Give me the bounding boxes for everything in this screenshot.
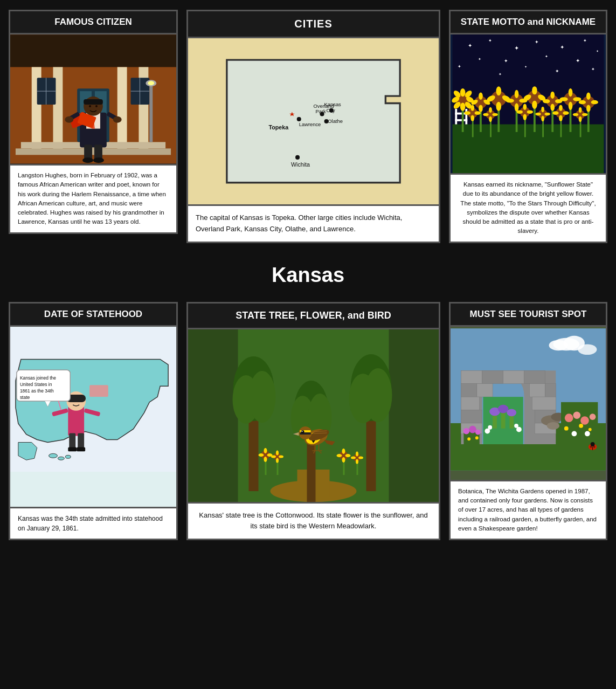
svg-rect-35	[149, 83, 153, 142]
svg-point-123	[579, 100, 586, 105]
svg-text:✦: ✦	[488, 38, 492, 43]
svg-point-286	[572, 431, 577, 436]
svg-point-143	[523, 104, 527, 110]
svg-point-114	[550, 104, 555, 111]
svg-point-102	[515, 104, 519, 112]
svg-point-142	[527, 110, 533, 114]
svg-text:✦: ✦	[499, 72, 502, 76]
svg-point-159	[573, 113, 578, 116]
svg-point-124	[591, 100, 598, 105]
svg-point-96	[496, 102, 502, 111]
svg-text:✦: ✦	[458, 64, 461, 69]
svg-text:✦: ✦	[545, 54, 548, 58]
svg-point-277	[547, 422, 559, 429]
svg-rect-253	[524, 370, 545, 383]
svg-text:✦: ✦	[576, 58, 580, 64]
svg-point-148	[544, 113, 550, 116]
svg-point-283	[564, 426, 569, 430]
svg-rect-1	[10, 35, 176, 67]
svg-point-107	[532, 86, 537, 94]
svg-point-150	[541, 116, 544, 121]
svg-text:Kansas joined the: Kansas joined the	[20, 375, 56, 381]
svg-point-131	[470, 105, 474, 111]
svg-point-297	[467, 437, 470, 440]
svg-point-291	[590, 445, 592, 447]
svg-point-132	[470, 115, 474, 121]
svg-point-171	[72, 399, 74, 402]
svg-point-111	[543, 99, 550, 104]
svg-point-154	[563, 111, 569, 115]
svg-rect-175	[68, 447, 77, 451]
tree-image	[186, 329, 440, 504]
svg-rect-167	[89, 385, 108, 397]
svg-point-166	[65, 455, 71, 458]
svg-rect-4	[117, 67, 127, 153]
svg-point-79	[460, 88, 466, 97]
cities-header: CITIES	[186, 10, 440, 38]
svg-point-225	[356, 451, 358, 456]
svg-point-220	[342, 457, 345, 463]
svg-point-212	[279, 455, 283, 458]
svg-point-211	[271, 455, 276, 458]
svg-point-113	[550, 92, 555, 99]
svg-text:✦: ✦	[535, 39, 539, 45]
svg-point-296	[475, 429, 481, 435]
svg-text:✦: ✦	[596, 50, 599, 53]
svg-point-282	[590, 414, 596, 420]
page-title: Kansas	[0, 247, 616, 298]
svg-point-224	[358, 456, 363, 459]
svg-text:Park: Park	[316, 109, 327, 114]
svg-point-289	[591, 442, 595, 446]
svg-point-155	[559, 105, 563, 111]
svg-point-160	[582, 113, 587, 116]
svg-point-223	[351, 456, 356, 459]
svg-rect-73	[455, 119, 467, 121]
svg-point-89	[479, 93, 483, 100]
svg-point-33	[82, 157, 93, 163]
svg-point-281	[580, 416, 589, 425]
tree-text: Kansas' state tree is the Cottonwood. It…	[186, 504, 440, 541]
svg-point-34	[93, 157, 104, 163]
svg-point-247	[578, 344, 597, 355]
svg-point-208	[264, 457, 267, 462]
svg-text:Overland: Overland	[314, 104, 334, 109]
tourist-header: MUST SEE TOURIST SPOT	[449, 302, 607, 327]
svg-point-285	[589, 428, 592, 431]
svg-point-141	[517, 110, 523, 114]
statehood-text: Kansas was the 34th state admitted into …	[9, 508, 178, 540]
famous-citizen-card: FAMOUS CITIZEN	[9, 10, 178, 243]
svg-rect-251	[482, 370, 503, 383]
svg-rect-173	[69, 433, 75, 449]
svg-point-194	[249, 371, 276, 423]
svg-rect-260	[461, 410, 482, 423]
svg-point-294	[463, 428, 469, 434]
svg-point-30	[113, 116, 122, 123]
svg-text:✦: ✦	[514, 45, 519, 51]
motto-image: ✦ ✦ ✦ ✦ ✦ ✦ ✦ ✦ ✦ ✦ ✦ ✦ ✦ ✦ ✦ ✦	[449, 35, 607, 175]
svg-rect-258	[461, 397, 480, 410]
svg-point-270	[507, 409, 516, 416]
svg-point-117	[560, 97, 568, 101]
svg-point-149	[541, 107, 544, 112]
svg-point-135	[483, 113, 488, 116]
svg-point-24	[95, 105, 98, 107]
svg-rect-174	[78, 433, 84, 449]
svg-point-147	[535, 113, 541, 116]
svg-text:✦: ✦	[504, 58, 508, 64]
svg-text:Lawrence: Lawrence	[299, 122, 321, 127]
svg-point-235	[301, 430, 304, 433]
svg-point-268	[498, 404, 509, 413]
svg-text:✦: ✦	[591, 67, 595, 72]
svg-point-280	[573, 411, 580, 419]
svg-point-119	[569, 88, 573, 97]
svg-point-161	[579, 107, 582, 113]
svg-text:Olathe: Olathe	[328, 119, 343, 124]
svg-text:United States in: United States in	[20, 382, 52, 387]
svg-point-129	[464, 111, 470, 115]
svg-point-218	[345, 454, 351, 457]
svg-point-164	[49, 453, 58, 458]
svg-rect-7	[16, 148, 171, 155]
svg-point-219	[342, 449, 345, 454]
tree-card: STATE TREE, FLOWER, and BIRD	[186, 302, 440, 541]
svg-point-51	[295, 155, 300, 160]
